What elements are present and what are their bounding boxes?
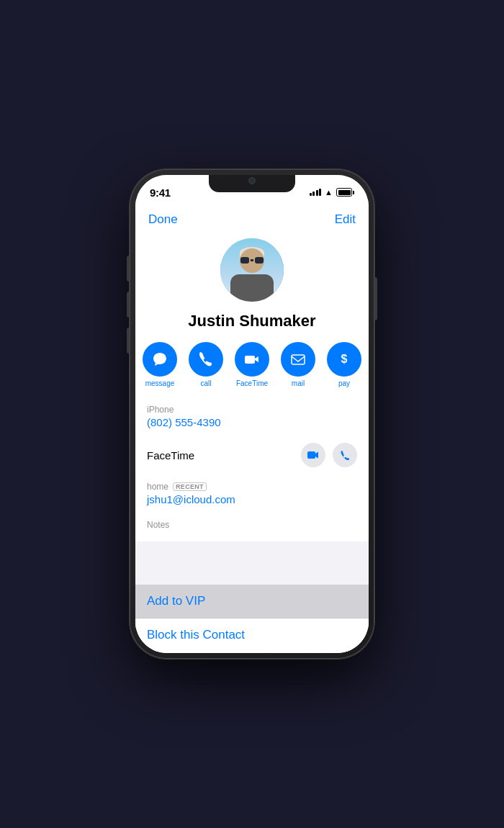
message-icon — [143, 342, 177, 377]
block-contact-item[interactable]: Block this Contact — [135, 618, 369, 652]
sunglasses — [240, 257, 264, 264]
message-label: message — [145, 379, 175, 387]
wifi-icon: ▲ — [325, 188, 333, 197]
done-button[interactable]: Done — [148, 212, 178, 227]
pay-button[interactable]: $ pay — [327, 342, 361, 387]
facetime-row-label: FaceTime — [147, 449, 194, 462]
facetime-video-button[interactable] — [301, 443, 325, 467]
front-camera — [248, 177, 256, 184]
contact-name: Justin Shumaker — [135, 310, 369, 339]
svg-rect-0 — [245, 356, 255, 364]
email-label-row: home RECENT — [147, 482, 357, 492]
recent-badge: RECENT — [173, 482, 207, 491]
mail-button[interactable]: mail — [281, 342, 315, 387]
gray-spacer — [135, 541, 369, 585]
edit-button[interactable]: Edit — [335, 212, 356, 227]
phone-screen: 9:41 ▲ Done Edit — [135, 175, 369, 653]
home-indicator — [135, 652, 369, 653]
svg-text:$: $ — [341, 353, 348, 365]
facetime-row: FaceTime — [135, 436, 369, 474]
pay-icon: $ — [327, 342, 361, 377]
facetime-audio-button[interactable] — [333, 443, 357, 467]
signal-icon — [310, 189, 322, 196]
action-list: Add to VIP Block this Contact — [135, 585, 369, 652]
facetime-button[interactable]: FaceTime — [235, 342, 269, 387]
notch — [209, 175, 295, 192]
call-button[interactable]: call — [189, 342, 223, 387]
facetime-icon — [235, 342, 269, 377]
call-label: call — [200, 379, 211, 387]
svg-rect-3 — [307, 451, 315, 459]
person-body — [230, 274, 274, 302]
email-type-label: home — [147, 482, 168, 492]
phone-label: iPhone — [147, 405, 357, 415]
email-value[interactable]: jshu1@icloud.com — [147, 493, 357, 505]
block-contact-label: Block this Contact — [147, 628, 245, 642]
phone-section: iPhone (802) 555-4390 — [135, 397, 369, 436]
status-icons: ▲ — [310, 188, 354, 197]
facetime-label: FaceTime — [236, 379, 268, 387]
phone-number[interactable]: (802) 555-4390 — [147, 416, 357, 428]
phone-frame: 9:41 ▲ Done Edit — [130, 169, 374, 659]
action-buttons: message call — [135, 339, 369, 397]
facetime-action-icons — [301, 443, 357, 467]
svg-rect-1 — [292, 355, 305, 364]
avatar — [220, 238, 284, 302]
mail-label: mail — [292, 379, 305, 387]
nav-bar: Done Edit — [135, 204, 369, 233]
avatar-section — [135, 233, 369, 310]
add-to-vip-label: Add to VIP — [147, 594, 205, 608]
message-button[interactable]: message — [143, 342, 177, 387]
battery-icon — [336, 188, 354, 197]
main-content: Done Edit Justin Shumaker — [135, 204, 369, 653]
email-section: home RECENT jshu1@icloud.com — [135, 474, 369, 513]
notes-section: Notes — [135, 513, 369, 541]
mail-icon — [281, 342, 315, 377]
add-to-vip-item[interactable]: Add to VIP — [135, 585, 369, 618]
notes-label: Notes — [147, 520, 357, 530]
status-time: 9:41 — [150, 186, 171, 199]
call-icon — [189, 342, 223, 377]
pay-label: pay — [338, 379, 350, 387]
